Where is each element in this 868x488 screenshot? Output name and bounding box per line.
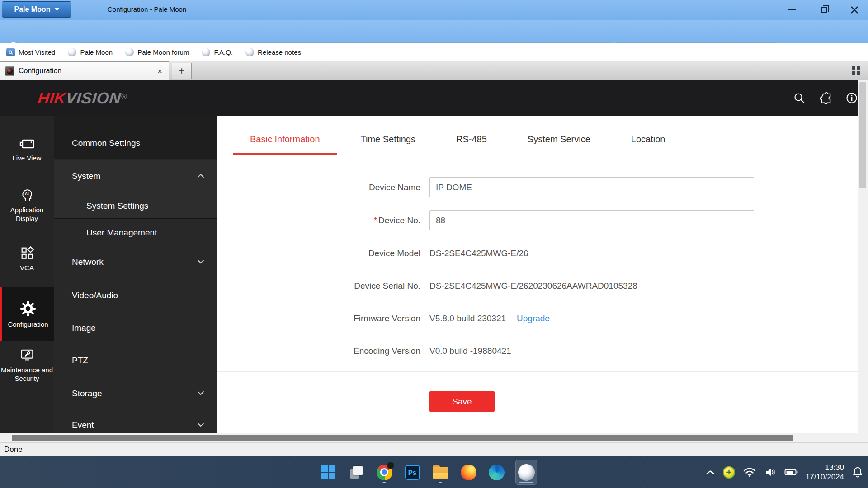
nav-application-display[interactable]: AI Application Display	[0, 186, 54, 223]
bookmark-pale-moon-forum[interactable]: Pale Moon forum	[125, 48, 189, 56]
menu-ptz[interactable]: PTZ	[54, 352, 217, 370]
tab-close-icon[interactable]: ×	[156, 67, 164, 75]
header-search-button[interactable]	[792, 91, 807, 105]
camera-icon	[19, 137, 35, 150]
puzzle-icon	[819, 91, 832, 105]
task-view-button[interactable]	[347, 460, 365, 485]
vertical-scrollbar-thumb[interactable]	[859, 82, 866, 188]
volume-icon[interactable]	[764, 467, 777, 478]
encoding-value: V0.0 build -19880421	[429, 346, 511, 356]
bookmark-faq[interactable]: F.A.Q.	[202, 48, 233, 56]
sphere-icon	[245, 48, 254, 56]
palemoon-app-menu-button[interactable]: Pale Moon	[2, 1, 71, 18]
notification-bell-icon[interactable]	[852, 466, 863, 478]
bookmark-most-visited[interactable]: Most Visited	[6, 48, 55, 56]
header-plugin-button[interactable]	[818, 91, 833, 105]
edge-taskbar-button[interactable]	[487, 460, 505, 485]
photoshop-icon: Ps	[405, 465, 420, 480]
nav-label: Maintenance and Security	[0, 366, 54, 383]
header-info-button[interactable]	[844, 91, 859, 105]
menu-network[interactable]: Network	[54, 253, 217, 271]
menu-event[interactable]: Event	[54, 416, 217, 433]
device-name-input[interactable]	[429, 177, 754, 197]
chevron-down-icon	[197, 391, 204, 395]
firefox-taskbar-button[interactable]	[459, 460, 477, 485]
sphere-icon	[68, 48, 76, 56]
content-tabs: Basic Information Time Settings RS-485 S…	[217, 124, 858, 155]
bookmark-pale-moon[interactable]: Pale Moon	[68, 48, 113, 56]
minimize-button[interactable]	[778, 0, 807, 20]
tab-time-settings[interactable]: Time Settings	[344, 124, 433, 155]
wifi-icon[interactable]	[743, 467, 756, 478]
menu-system-settings[interactable]: System Settings	[54, 197, 217, 215]
menu-storage[interactable]: Storage	[54, 385, 217, 403]
palemoon-icon	[518, 464, 535, 481]
chevron-down-icon	[197, 422, 204, 427]
taskbar-center-icons: Ps	[319, 458, 537, 486]
nav-configuration-active[interactable]: Configuration	[0, 287, 54, 341]
settings-menu: Common Settings System System Settings U…	[54, 116, 217, 433]
firmware-row: Firmware Version V5.8.0 build 230321Upgr…	[217, 308, 858, 328]
start-button[interactable]	[319, 460, 337, 485]
tray-chevron-up-icon[interactable]	[705, 469, 715, 475]
taskbar-clock[interactable]: 13:30 17/10/2024	[806, 463, 844, 482]
tab-system-service[interactable]: System Service	[511, 124, 607, 155]
clock-time: 13:30	[806, 463, 844, 472]
menu-common-settings[interactable]: Common Settings	[54, 134, 217, 152]
nav-label: Configuration	[2, 320, 54, 328]
tab-basic-information[interactable]: Basic Information	[233, 124, 337, 155]
menu-system[interactable]: System	[54, 167, 217, 185]
bookmark-label: Most Visited	[19, 48, 55, 56]
list-all-tabs-icon[interactable]	[852, 66, 862, 75]
chevron-down-icon	[55, 8, 59, 11]
menu-user-management[interactable]: User Management	[54, 224, 217, 242]
file-explorer-icon	[432, 465, 448, 479]
battery-icon[interactable]	[784, 467, 798, 478]
horizontal-scrollbar-thumb[interactable]	[12, 435, 793, 441]
bookmark-label: F.A.Q.	[214, 48, 233, 56]
hikvision-logo: HIKVISION®	[37, 89, 128, 107]
ai-head-icon: AI	[19, 186, 35, 202]
task-view-icon	[349, 465, 364, 480]
upgrade-link[interactable]: Upgrade	[517, 314, 550, 323]
save-button[interactable]: Save	[429, 391, 495, 412]
chrome-extension-badge	[387, 462, 394, 469]
bookmarks-toolbar: Most Visited Pale Moon Pale Moon forum F…	[0, 43, 868, 61]
palemoon-taskbar-button[interactable]	[515, 460, 537, 485]
nav-vca[interactable]: VCA	[0, 246, 54, 272]
tab-bar: Configuration × +	[0, 61, 868, 80]
tab-location[interactable]: Location	[614, 124, 682, 155]
chevron-down-icon	[197, 259, 204, 264]
bookmark-label: Release notes	[258, 48, 301, 56]
tab-configuration[interactable]: Configuration ×	[0, 61, 169, 80]
nav-live-view[interactable]: Live View	[0, 137, 54, 162]
bookmark-release-notes[interactable]: Release notes	[245, 48, 301, 56]
device-serial-row: Device Serial No. DS-2SE4C425MWG-E/26202…	[217, 276, 858, 296]
restore-button[interactable]	[809, 0, 838, 20]
main-content: Basic Information Time Settings RS-485 S…	[217, 116, 858, 433]
status-text: Done	[4, 445, 23, 454]
tab-rs485[interactable]: RS-485	[439, 124, 504, 155]
file-explorer-taskbar-button[interactable]	[431, 460, 449, 485]
menu-video-audio[interactable]: Video/Audio	[54, 286, 217, 305]
device-no-input[interactable]	[429, 210, 754, 230]
nav-maintenance-security[interactable]: Maintenance and Security	[0, 348, 54, 383]
windows-logo-icon	[321, 465, 335, 479]
left-nav-rail: Live View AI Application Display VCA	[0, 116, 54, 433]
chrome-taskbar-button[interactable]	[375, 460, 393, 485]
browser-toolbar: http://192.168.1.69/doc/index.html#/conf…	[0, 20, 868, 43]
close-button[interactable]	[840, 0, 868, 20]
info-icon	[845, 92, 858, 104]
menu-image[interactable]: Image	[54, 319, 217, 337]
new-tab-button[interactable]: +	[172, 63, 192, 79]
nav-label: Application Display	[0, 206, 54, 223]
tab-title: Configuration	[19, 67, 151, 75]
encoding-row: Encoding Version V0.0 build -19880421	[217, 341, 858, 361]
bookmark-label: Pale Moon	[80, 48, 113, 56]
antivirus-tray-icon[interactable]: +	[723, 466, 735, 479]
device-model-row: Device Model DS-2SE4C425MWG-E/26	[217, 243, 858, 263]
photoshop-taskbar-button[interactable]: Ps	[403, 460, 421, 485]
most-visited-icon	[6, 48, 15, 56]
device-serial-value: DS-2SE4C425MWG-E/2620230626AAWRAD0105328	[429, 281, 637, 291]
device-name-label: Device Name	[307, 183, 420, 192]
